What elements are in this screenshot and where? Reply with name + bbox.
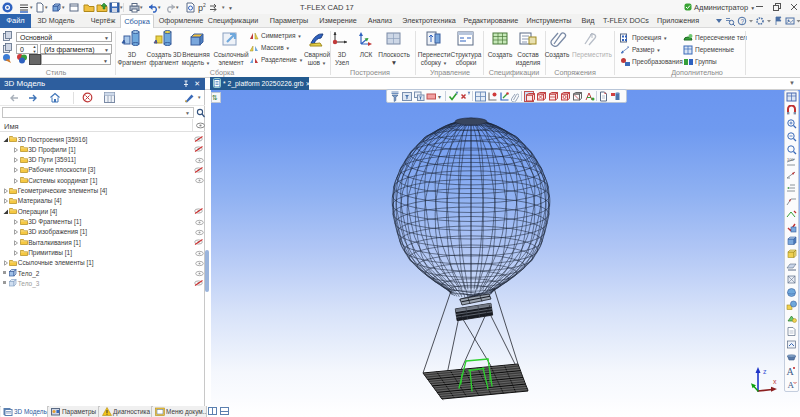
svg-text:x: x: [773, 378, 777, 385]
svg-text:?: ?: [741, 18, 745, 25]
svg-text:▾: ▾: [438, 94, 441, 100]
svg-text:100: 100: [787, 157, 794, 162]
svg-text:A: A: [788, 380, 795, 390]
svg-text:2: 2: [203, 2, 206, 8]
svg-text:z: z: [763, 368, 767, 375]
